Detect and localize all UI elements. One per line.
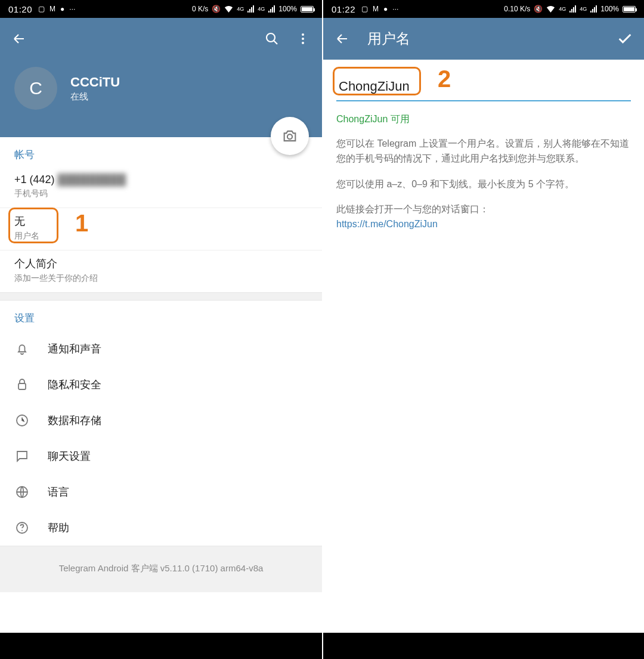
status-time: 01:20 xyxy=(8,4,32,14)
settings-label: 隐私和安全 xyxy=(48,378,101,392)
net-speed: 0 K/s xyxy=(192,5,208,13)
net-label-2: 4G xyxy=(580,6,587,12)
wifi-icon xyxy=(546,5,555,13)
svg-point-0 xyxy=(267,33,275,42)
account-section: 帐号 +1 (442) █████████ 手机号码 无 用户名 个人简介 添加… xyxy=(0,137,322,292)
status-right: 0.10 K/s 🔇 4G 4G 100% xyxy=(504,5,636,13)
profile-status: 在线 xyxy=(70,91,120,103)
confirm-icon[interactable] xyxy=(617,30,633,47)
availability-text: ChongZiJun 可用 xyxy=(336,113,631,126)
bell-icon xyxy=(14,341,30,357)
section-title-account: 帐号 xyxy=(0,137,322,168)
row-username[interactable]: 无 用户名 xyxy=(0,208,322,250)
net-label-2: 4G xyxy=(258,6,265,12)
bio-hint: 添加一些关于你的介绍 xyxy=(14,273,308,284)
divider xyxy=(0,292,322,301)
signal-icon-2 xyxy=(590,5,597,13)
phone-number: +1 (442) █████████ xyxy=(14,174,308,186)
svg-point-1 xyxy=(302,33,304,36)
version-text: Telegram Android 客户端 v5.11.0 (1710) arm6… xyxy=(0,546,322,592)
username-input[interactable] xyxy=(336,73,631,101)
username-label: 用户名 xyxy=(14,231,308,242)
back-icon[interactable] xyxy=(11,30,27,47)
search-icon[interactable] xyxy=(264,30,280,47)
signal-icon-2 xyxy=(268,5,275,13)
settings-row-data[interactable]: 数据和存储 xyxy=(0,403,322,438)
username-card: ChongZiJun 可用 您可以在 Telegram 上设置一个用户名。设置后… xyxy=(323,60,644,232)
battery-pct: 100% xyxy=(600,5,619,13)
battery-icon xyxy=(623,6,636,13)
phone-left: 01:20 ▢M●··· 0 K/s 🔇 4G 4G 100% xyxy=(0,0,322,659)
back-icon[interactable] xyxy=(334,30,351,47)
settings-row-help[interactable]: 帮助 xyxy=(0,510,322,546)
battery-icon xyxy=(301,6,314,13)
status-bar: 01:20 ▢M●··· 0 K/s 🔇 4G 4G 100% xyxy=(0,0,322,18)
clock-icon xyxy=(14,413,30,428)
username-field[interactable] xyxy=(336,73,631,101)
status-right: 0 K/s 🔇 4G 4G 100% xyxy=(192,5,314,13)
username-value: 无 xyxy=(14,214,308,228)
svg-rect-5 xyxy=(18,383,26,389)
status-notif-icons: ▢M●··· xyxy=(38,5,75,13)
settings-label: 语言 xyxy=(48,485,69,499)
settings-label: 聊天设置 xyxy=(48,449,91,463)
settings-label: 帮助 xyxy=(48,521,69,535)
settings-label: 通知和声音 xyxy=(48,342,101,356)
globe-icon xyxy=(14,484,30,500)
avatar[interactable]: C xyxy=(14,67,57,110)
mute-icon: 🔇 xyxy=(212,5,221,13)
settings-section: 设置 通知和声音 隐私和安全 数据和存储 聊天设置 语言 帮助 xyxy=(0,301,322,546)
settings-row-privacy[interactable]: 隐私和安全 xyxy=(0,367,322,403)
profile-name: CCCiTU xyxy=(70,75,120,90)
desc-paragraph-1: 您可以在 Telegram 上设置一个用户名。设置后，别人将能够在不知道您的手机… xyxy=(336,137,631,166)
bio-title: 个人简介 xyxy=(14,256,308,271)
settings-label: 数据和存储 xyxy=(48,413,101,428)
appbar xyxy=(0,18,322,60)
net-label: 4G xyxy=(559,6,566,12)
lock-icon xyxy=(14,377,30,392)
android-navbar xyxy=(323,633,644,659)
status-time: 01:22 xyxy=(332,4,355,14)
status-notif-icons: ▢M●··· xyxy=(361,5,398,13)
wifi-icon xyxy=(224,5,233,13)
status-bar: 01:22 ▢M●··· 0.10 K/s 🔇 4G 4G 100% xyxy=(323,0,644,18)
settings-row-chat[interactable]: 聊天设置 xyxy=(0,438,322,474)
signal-icon xyxy=(569,5,576,13)
section-title-settings: 设置 xyxy=(0,301,322,331)
phone-label: 手机号码 xyxy=(14,188,308,199)
row-phone[interactable]: +1 (442) █████████ 手机号码 xyxy=(0,168,322,208)
svg-point-3 xyxy=(302,42,304,44)
svg-point-9 xyxy=(21,530,23,531)
settings-row-language[interactable]: 语言 xyxy=(0,474,322,510)
profile-link[interactable]: https://t.me/ChongZiJun xyxy=(336,219,438,229)
more-icon[interactable] xyxy=(295,30,311,47)
signal-icon xyxy=(247,5,254,13)
profile-header: C CCCiTU 在线 xyxy=(0,60,322,137)
desc-paragraph-3: 此链接会打开一个与您的对话窗口： https://t.me/ChongZiJun xyxy=(336,202,631,232)
android-navbar xyxy=(0,633,322,659)
desc-paragraph-2: 您可以使用 a–z、0–9 和下划线。最小长度为 5 个字符。 xyxy=(336,177,631,192)
appbar: 用户名 xyxy=(323,18,644,60)
mute-icon: 🔇 xyxy=(534,5,543,13)
row-bio[interactable]: 个人简介 添加一些关于你的介绍 xyxy=(0,250,322,292)
chat-icon xyxy=(14,448,30,464)
net-label: 4G xyxy=(237,6,244,12)
battery-pct: 100% xyxy=(278,5,297,13)
appbar-title: 用户名 xyxy=(367,29,410,48)
settings-row-notifications[interactable]: 通知和声音 xyxy=(0,331,322,367)
phone-right: 01:22 ▢M●··· 0.10 K/s 🔇 4G 4G 100% 用户名 xyxy=(322,0,644,659)
help-icon xyxy=(14,520,30,536)
net-speed: 0.10 K/s xyxy=(504,5,530,13)
svg-point-2 xyxy=(302,38,304,40)
